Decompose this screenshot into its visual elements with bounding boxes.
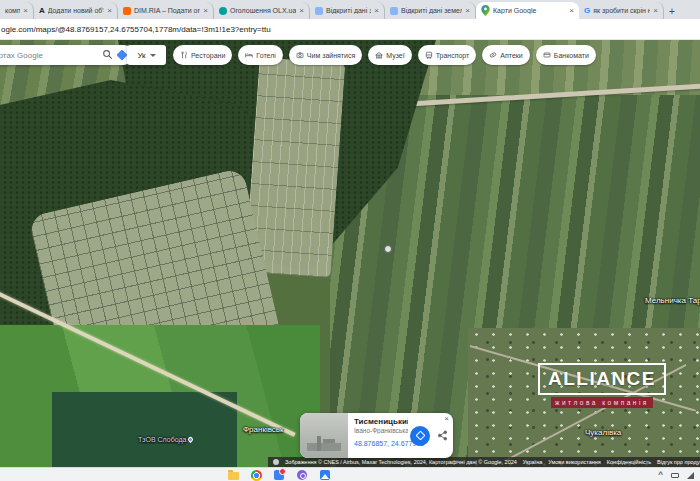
imagery-icon bbox=[273, 459, 279, 465]
watermark-subtitle: житлова компанія bbox=[551, 397, 653, 408]
place-info-card[interactable]: Тисменицький рай... Івано-Франківська об… bbox=[300, 413, 453, 458]
chrome-icon[interactable] bbox=[251, 470, 262, 481]
chip-hotels[interactable]: Готелі bbox=[238, 45, 283, 65]
data-favicon bbox=[390, 7, 398, 15]
map-label-village: Мельничка Тар bbox=[645, 296, 700, 305]
new-tab-button[interactable]: + bbox=[664, 3, 680, 19]
battery-icon[interactable] bbox=[671, 473, 679, 478]
directions-diamond-icon bbox=[415, 431, 425, 441]
tab-close-icon[interactable]: × bbox=[374, 7, 379, 15]
tab-title: Оголошення OLX.ua: сер... bbox=[230, 7, 296, 14]
share-icon[interactable] bbox=[437, 427, 448, 445]
place-coordinates[interactable]: 48.876857, 24.677995 bbox=[354, 440, 408, 447]
url-bar[interactable]: ogle.com/maps/@48.8769157,24.6755704,177… bbox=[0, 25, 271, 34]
directions-icon[interactable] bbox=[116, 49, 127, 60]
attribution-link-feedback[interactable]: Відгук про продукт bbox=[657, 459, 700, 465]
attribution-link-privacy[interactable]: Конфіденційність bbox=[607, 459, 651, 465]
poi-pin-icon bbox=[187, 436, 194, 443]
tab-title: комп... bbox=[5, 7, 20, 14]
tab-title: Додати новий об'єкт - ... bbox=[48, 7, 105, 14]
tab-close-icon[interactable]: × bbox=[465, 7, 470, 15]
chip-restaurants[interactable]: Ресторани bbox=[173, 45, 232, 65]
watermark-title: ALLIANCE bbox=[543, 369, 661, 388]
map-label-village: Чукалівка bbox=[585, 428, 621, 437]
mail-icon[interactable] bbox=[274, 470, 285, 481]
google-maps-pin-icon bbox=[481, 5, 490, 16]
google-g-favicon: G bbox=[584, 6, 590, 15]
tab-title: Карти Google bbox=[493, 7, 566, 14]
data-favicon bbox=[315, 7, 323, 15]
tab-close-icon[interactable]: × bbox=[203, 7, 208, 15]
tab-title: Відкриті дані земельно... bbox=[401, 7, 462, 14]
map-dark-field bbox=[52, 392, 237, 467]
network-icon[interactable] bbox=[687, 472, 694, 479]
browser-tab-8[interactable]: G як зробити скрін на ноу... × bbox=[579, 2, 664, 19]
map-label-city: Франківськ bbox=[243, 425, 284, 434]
category-chip-bar: Ресторани Готелі Чим зайнятися Музеї Тра… bbox=[173, 45, 596, 65]
search-input[interactable]: Пошук на Картах Google bbox=[0, 51, 97, 60]
alliance-watermark: ALLIANCE житлова компанія bbox=[538, 363, 666, 408]
tab-title: як зробити скрін на ноу... bbox=[593, 7, 650, 14]
chip-atms[interactable]: Банкомати bbox=[536, 45, 596, 65]
olx-favicon bbox=[219, 7, 227, 15]
place-title: Тисменицький рай... bbox=[354, 417, 408, 426]
browser-tab-bar: комп... × А Додати новий об'єкт - ... × … bbox=[0, 0, 700, 19]
letter-a-favicon: А bbox=[39, 6, 45, 15]
map-attribution-bar: Зображення © CNES / Airbus, Maxar Techno… bbox=[268, 457, 700, 467]
pharmacy-icon bbox=[489, 51, 497, 59]
taskbar: ^ bbox=[0, 467, 700, 481]
browser-tab-4[interactable]: Оголошення OLX.ua: сер... × bbox=[214, 2, 310, 19]
chip-activities[interactable]: Чим зайнятися bbox=[289, 45, 362, 65]
place-subtitle: Івано-Франківська обл... bbox=[354, 427, 408, 434]
photos-icon[interactable] bbox=[320, 470, 331, 481]
restaurant-icon bbox=[180, 51, 188, 59]
desktop-screen: комп... × А Додати новий об'єкт - ... × … bbox=[0, 0, 700, 481]
browser-tab-5[interactable]: Відкриті дані земельно... × bbox=[310, 2, 385, 19]
tab-title: Відкриті дані земельно... bbox=[326, 7, 371, 14]
browser-tab-1[interactable]: комп... × bbox=[0, 2, 34, 19]
tab-close-icon[interactable]: × bbox=[23, 7, 28, 15]
map-canvas[interactable]: Чукалівка Мельничка Тар Франківськ ТзОВ … bbox=[0, 40, 700, 467]
activities-icon bbox=[296, 51, 304, 59]
browser-tab-3[interactable]: DIM.RIA – Подати огол... × bbox=[118, 2, 214, 19]
museum-icon bbox=[375, 51, 383, 59]
chip-pharmacies[interactable]: Аптеки bbox=[482, 45, 529, 65]
hotel-icon bbox=[245, 51, 253, 59]
directions-button[interactable] bbox=[410, 426, 430, 446]
map-label-business[interactable]: ТзОВ Слобода bbox=[138, 436, 193, 443]
attribution-link-terms[interactable]: Умови використання bbox=[548, 459, 601, 465]
file-explorer-icon[interactable] bbox=[228, 470, 239, 481]
tab-title: DIM.RIA – Подати огол... bbox=[134, 7, 200, 14]
dimria-favicon bbox=[123, 7, 131, 15]
tab-close-icon[interactable]: × bbox=[299, 7, 304, 15]
tab-close-icon[interactable]: × bbox=[107, 7, 112, 15]
browser-toolbar: ogle.com/maps/@48.8769157,24.6755704,177… bbox=[0, 19, 700, 40]
browser-tab-2[interactable]: А Додати новий об'єкт - ... × bbox=[34, 2, 118, 19]
viber-icon[interactable] bbox=[297, 470, 308, 481]
attribution-link-country[interactable]: Україна bbox=[523, 459, 542, 465]
tray-expand-icon[interactable]: ^ bbox=[658, 471, 663, 479]
transport-icon bbox=[425, 51, 433, 59]
map-marker[interactable] bbox=[384, 245, 392, 253]
browser-tab-maps-active[interactable]: Карти Google × bbox=[476, 2, 579, 19]
browser-tab-6[interactable]: Відкриті дані земельно... × bbox=[385, 2, 476, 19]
tab-close-icon[interactable]: × bbox=[569, 7, 574, 15]
imagery-credit: Зображення © CNES / Airbus, Maxar Techno… bbox=[285, 459, 517, 465]
chip-museums[interactable]: Музеї bbox=[368, 45, 411, 65]
chip-transport[interactable]: Транспорт bbox=[418, 45, 477, 65]
search-icon[interactable] bbox=[102, 46, 113, 64]
close-icon[interactable]: × bbox=[444, 415, 449, 423]
chevron-down-icon bbox=[150, 54, 156, 57]
tab-close-icon[interactable]: × bbox=[653, 7, 658, 15]
language-selector[interactable]: Ук bbox=[127, 45, 166, 65]
maps-search-box[interactable]: Пошук на Картах Google bbox=[0, 45, 134, 65]
atm-icon bbox=[543, 51, 551, 59]
place-thumbnail[interactable] bbox=[300, 413, 348, 458]
